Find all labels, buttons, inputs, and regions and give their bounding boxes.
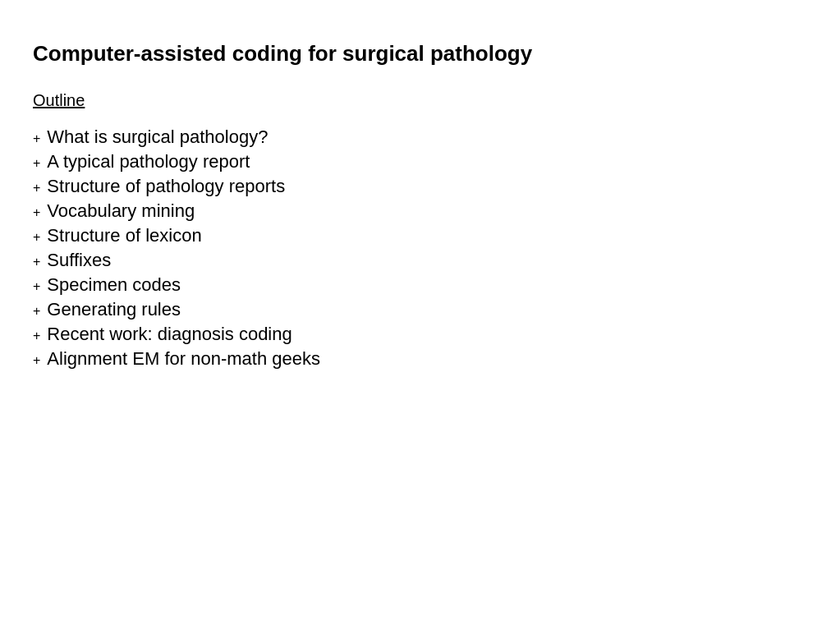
bullet-icon: + [33,156,40,171]
list-item-label: A typical pathology report [47,151,250,172]
list-item-label: Alignment EM for non-math geeks [47,348,320,370]
list-item-label: Recent work: diagnosis coding [47,324,291,345]
outline-heading: Outline [33,91,807,110]
bullet-icon: + [33,181,40,195]
bullet-icon: + [33,304,40,319]
main-title: Computer-assisted coding for surgical pa… [33,41,807,67]
bullet-icon: + [33,353,40,368]
bullet-icon: + [33,279,40,294]
list-item: +Recent work: diagnosis coding [33,324,807,345]
bullet-icon: + [33,230,40,245]
bullet-icon: + [33,255,40,269]
bullet-icon: + [33,131,40,146]
bullet-icon: + [33,329,40,343]
list-item: +Vocabulary mining [33,200,807,222]
list-item-label: What is surgical pathology? [47,126,268,148]
list-item: +What is surgical pathology? [33,126,807,148]
list-item: +A typical pathology report [33,151,807,172]
list-item-label: Generating rules [47,299,181,320]
list-item: +Suffixes [33,250,807,271]
list-item-label: Suffixes [47,250,111,271]
list-item: +Structure of lexicon [33,225,807,246]
list-item-label: Structure of lexicon [47,225,201,246]
list-item: +Generating rules [33,299,807,320]
list-item-label: Specimen codes [47,274,181,296]
list-item-label: Structure of pathology reports [47,176,285,197]
list-item: +Structure of pathology reports [33,176,807,197]
outline-list: +What is surgical pathology?+A typical p… [33,126,807,370]
list-item: +Alignment EM for non-math geeks [33,348,807,370]
bullet-icon: + [33,205,40,220]
page-container: Computer-assisted coding for surgical pa… [0,0,840,406]
list-item: +Specimen codes [33,274,807,296]
list-item-label: Vocabulary mining [47,200,195,222]
